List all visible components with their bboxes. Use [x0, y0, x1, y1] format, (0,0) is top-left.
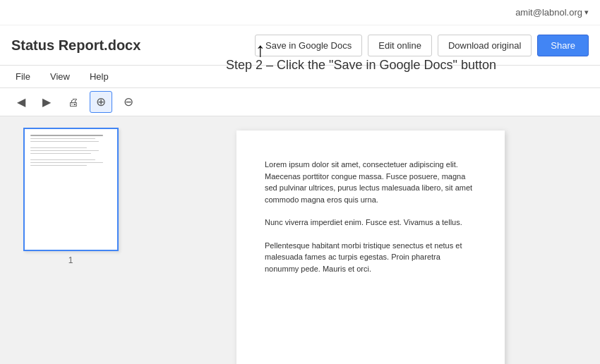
next-page-button[interactable]: ▶ [37, 92, 56, 111]
print-button[interactable]: 🖨 [62, 93, 84, 111]
page-thumbnail[interactable] [23, 128, 119, 251]
toolbar: ◀ ▶ 🖨 ⊕ ⊖ [0, 88, 600, 116]
zoom-out-button[interactable]: ⊖ [118, 92, 139, 112]
zoom-in-button[interactable]: ⊕ [90, 91, 112, 113]
download-original-button[interactable]: Download original [438, 35, 532, 56]
zoom-out-icon: ⊖ [124, 95, 133, 109]
share-button[interactable]: Share [537, 35, 589, 56]
prev-page-button[interactable]: ◀ [11, 92, 31, 111]
prev-icon: ◀ [17, 96, 25, 108]
user-email[interactable]: amit@labnol.org ▾ [515, 7, 589, 18]
menu-bar: File View Help [0, 66, 600, 88]
user-dropdown-arrow: ▾ [584, 8, 589, 17]
doc-paragraph-2: Nunc viverra imperdiet enim. Fusce est. … [265, 217, 476, 229]
page-number: 1 [68, 255, 73, 265]
document-area: Lorem ipsum dolor sit amet, consectetuer… [141, 116, 600, 364]
doc-paragraph-1: Lorem ipsum dolor sit amet, consectetuer… [265, 159, 476, 205]
menu-file[interactable]: File [11, 68, 35, 85]
menu-help[interactable]: Help [85, 68, 113, 85]
save-google-docs-button[interactable]: Save in Google Docs [255, 35, 362, 56]
document-page: Lorem ipsum dolor sit amet, consectetuer… [236, 131, 505, 364]
doc-title: Status Report.docx [11, 37, 140, 54]
thumbnail-panel: 1 [0, 116, 141, 364]
edit-online-button[interactable]: Edit online [368, 35, 432, 56]
print-icon: 🖨 [68, 96, 78, 108]
menu-view[interactable]: View [46, 68, 74, 85]
zoom-in-icon: ⊕ [96, 95, 106, 109]
next-icon: ▶ [42, 96, 51, 108]
user-email-text: amit@labnol.org [515, 7, 582, 18]
main-content: 1 Lorem ipsum dolor sit amet, consectetu… [0, 116, 600, 364]
doc-paragraph-3: Pellentesque habitant morbi tristique se… [265, 240, 476, 275]
